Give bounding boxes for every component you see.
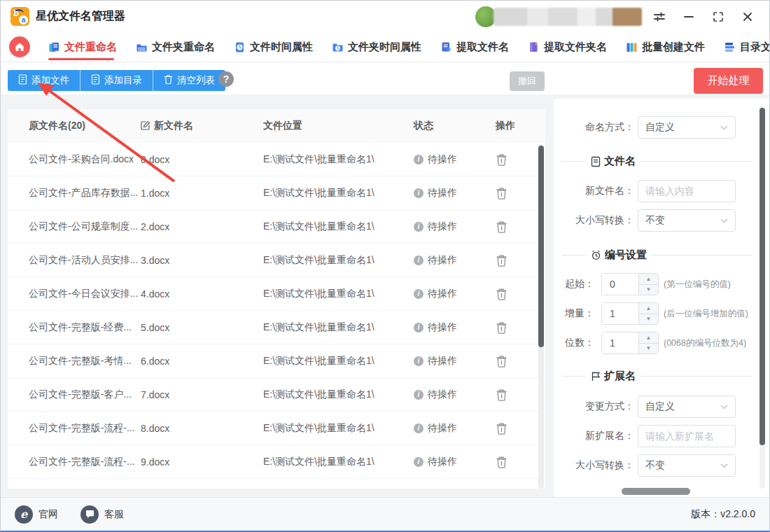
tab-merge-extract[interactable]: 目录文件合并/提取: [724, 32, 770, 62]
settings-sliders-icon[interactable]: [648, 6, 671, 27]
close-button[interactable]: [736, 6, 760, 27]
titlebar-controls: [475, 6, 760, 27]
tab-label: 批量创建文件: [642, 41, 705, 54]
step-up-icon[interactable]: ▲: [639, 274, 658, 285]
info-icon[interactable]: i: [414, 323, 424, 332]
table-row[interactable]: 公司文件-活动人员安排... 3.docx E:\测试文件\批量重命名1\ i …: [8, 244, 545, 277]
folder-time-icon: [332, 41, 344, 53]
tab-extract-filename[interactable]: 提取文件名: [440, 32, 509, 62]
new-extension-input[interactable]: [638, 425, 736, 447]
info-icon[interactable]: i: [414, 255, 424, 265]
step-down-icon[interactable]: ▼: [639, 344, 658, 354]
naming-method-select[interactable]: 自定义: [638, 116, 736, 139]
info-icon[interactable]: i: [414, 457, 424, 467]
chat-bubble-icon: [80, 505, 99, 524]
info-icon[interactable]: i: [414, 289, 424, 299]
tab-batch-create[interactable]: 批量创建文件: [626, 32, 705, 62]
add-files-button[interactable]: 添加文件: [8, 70, 80, 91]
status-text: 待操作: [428, 388, 457, 401]
numbering-icon: [591, 250, 601, 260]
new-filename-label: 新文件名：: [562, 185, 634, 197]
settings-panel: 命名方式： 自定义 文件名 新文件名： 大: [554, 99, 770, 497]
settings-hscrollbar-thumb[interactable]: [622, 488, 690, 495]
table-row[interactable]: 公司文件-完整版-考情... 6.docx E:\测试文件\批量重命名1\ i …: [8, 344, 545, 378]
tab-label: 文件重命名: [64, 41, 117, 54]
digits-hint: (0068的编号位数为4): [664, 337, 746, 349]
maximize-button[interactable]: [706, 6, 730, 27]
table-row-partial[interactable]: i: [8, 479, 545, 489]
files-stack-icon: [48, 41, 60, 53]
settings-scrollbar-thumb[interactable]: [760, 108, 765, 445]
file-icon: [591, 156, 601, 167]
start-number-stepper[interactable]: ▲▼: [601, 273, 659, 295]
customer-service-link[interactable]: 客服: [80, 505, 124, 524]
extension-section-header: 扩展名: [562, 370, 752, 383]
table-row[interactable]: 公司文件-完整版-流程-... 8.docx E:\测试文件\批量重命名1\ i…: [8, 412, 545, 445]
tab-folder-rename[interactable]: 文件夹重命名: [136, 32, 215, 62]
tab-file-time[interactable]: 文件时间属性: [234, 32, 313, 62]
new-filename-input[interactable]: [638, 180, 736, 202]
header-location: 文件位置: [263, 120, 407, 132]
digits-stepper[interactable]: ▲▼: [601, 332, 659, 354]
edit-icon: [141, 120, 150, 132]
table-row[interactable]: 公司文件-完整版-流程-... 9.docx E:\测试文件\批量重命名1\ i…: [8, 445, 545, 479]
file-location: E:\测试文件\批量重命名1\: [263, 288, 407, 300]
footer: e 官网 客服 版本：v2.2.0.0: [1, 497, 769, 531]
original-filename: 公司文件-公司规章制度...: [29, 220, 141, 233]
increment-stepper[interactable]: ▲▼: [601, 302, 659, 325]
help-icon[interactable]: ?: [218, 71, 234, 87]
step-down-icon[interactable]: ▼: [639, 285, 658, 295]
toolbar: 添加文件 添加目录 清空列表 ? 撤回 开始处理: [1, 62, 769, 94]
case-convert-label: 大小写转换：: [562, 214, 634, 227]
add-directory-button[interactable]: 添加目录: [80, 70, 153, 91]
new-filename: 7.docx: [141, 389, 263, 400]
new-filename: 3.docx: [141, 255, 263, 266]
official-site-link[interactable]: e 官网: [15, 505, 58, 524]
step-up-icon[interactable]: ▲: [639, 332, 658, 344]
table-row[interactable]: 公司文件-产品库存数据... 1.docx E:\测试文件\批量重命名1\ i …: [8, 176, 545, 210]
clear-list-button[interactable]: 清空列表: [153, 70, 225, 91]
merge-extract-icon: [724, 41, 736, 53]
tab-extract-foldername[interactable]: 提取文件夹名: [528, 32, 607, 62]
ext-case-convert-select[interactable]: 不变: [638, 454, 736, 477]
original-filename: 公司文件-产品库存数据...: [29, 187, 141, 200]
tab-file-rename[interactable]: 文件重命名: [48, 32, 117, 62]
minimize-button[interactable]: [677, 6, 701, 27]
table-row[interactable]: 公司文件-公司规章制度... 2.docx E:\测试文件\批量重命名1\ i …: [8, 210, 545, 244]
settings-scrollbar-track[interactable]: [760, 106, 765, 489]
table-scrollbar-track[interactable]: [538, 144, 544, 489]
tab-folder-time[interactable]: 文件夹时间属性: [332, 32, 421, 62]
start-button[interactable]: 开始处理: [694, 68, 763, 94]
case-convert-select[interactable]: 不变: [638, 209, 736, 232]
file-time-icon: [234, 41, 246, 53]
table-scrollbar-thumb[interactable]: [538, 146, 544, 347]
table-row[interactable]: 公司文件-完整版-经费... 5.docx E:\测试文件\批量重命名1\ i …: [8, 311, 545, 344]
undo-button[interactable]: 撤回: [510, 71, 545, 91]
tab-label: 文件夹时间属性: [348, 41, 421, 54]
original-filename: 公司文件-完整版-考情...: [29, 355, 141, 368]
new-extension-label: 新扩展名：: [562, 430, 634, 442]
titlebar: ba 星优文件名管理器: [1, 1, 769, 32]
file-icon: [91, 74, 100, 87]
info-icon[interactable]: i: [414, 424, 424, 433]
change-method-select[interactable]: 自定义: [638, 396, 736, 418]
new-filename: 2.docx: [141, 221, 263, 232]
start-number-hint: (第一位编号的值): [664, 279, 731, 290]
step-down-icon[interactable]: ▼: [639, 314, 658, 325]
info-icon[interactable]: i: [414, 356, 424, 366]
step-up-icon[interactable]: ▲: [639, 303, 658, 314]
filename-section-header: 文件名: [562, 155, 752, 168]
table-row[interactable]: 公司文件-今日会议安排... 4.docx E:\测试文件\批量重命名1\ i …: [8, 277, 545, 311]
original-filename: 公司文件-采购合同.docx: [29, 153, 141, 166]
app-title: 星优文件名管理器: [36, 9, 125, 24]
tab-bar: 文件重命名 文件夹重命名 文件时间属性 文件夹时间属性: [1, 32, 769, 62]
info-icon[interactable]: i: [414, 390, 424, 400]
chevron-down-icon: [720, 463, 728, 468]
info-icon[interactable]: i: [414, 222, 424, 232]
info-icon[interactable]: i: [414, 188, 424, 198]
folder-icon: [136, 41, 148, 53]
table-row[interactable]: 公司文件-完整版-客户... 7.docx E:\测试文件\批量重命名1\ i …: [8, 378, 545, 412]
home-button[interactable]: [9, 36, 30, 57]
info-icon[interactable]: i: [414, 155, 424, 164]
table-row[interactable]: 公司文件-采购合同.docx 0.docx E:\测试文件\批量重命名1\ i …: [8, 143, 545, 176]
